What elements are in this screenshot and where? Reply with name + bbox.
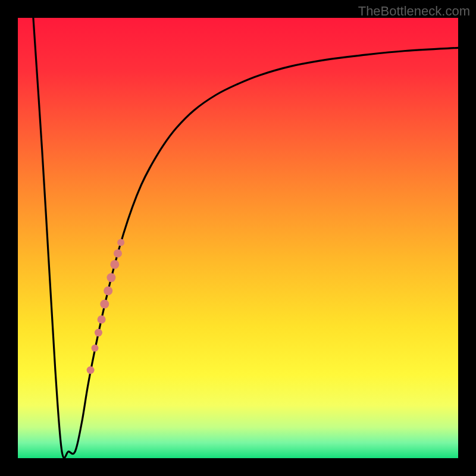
bottleneck-plot	[0, 0, 476, 476]
highlight-dot	[117, 239, 124, 246]
watermark-text: TheBottleneck.com	[358, 4, 470, 19]
highlight-dot	[104, 286, 112, 295]
highlight-dot	[92, 345, 99, 352]
highlight-dot	[87, 367, 95, 374]
highlight-dot	[114, 249, 122, 258]
highlight-dot	[110, 260, 119, 269]
chart-frame: TheBottleneck.com	[0, 0, 476, 476]
highlight-dot	[95, 329, 102, 337]
highlight-dot	[98, 315, 106, 324]
highlight-dot	[100, 300, 109, 309]
highlight-dot	[107, 273, 115, 282]
